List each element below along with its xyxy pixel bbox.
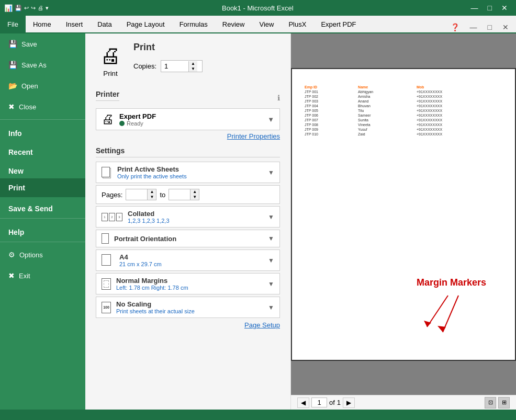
- tab-page-layout[interactable]: Page Layout: [119, 16, 172, 32]
- quick-access-print[interactable]: 🖨: [38, 5, 43, 11]
- minimize-button[interactable]: —: [467, 3, 483, 13]
- print-button[interactable]: 🖨 Print: [96, 42, 125, 80]
- prev-page-button[interactable]: ◀: [297, 398, 309, 408]
- sidebar-label-close: Close: [19, 103, 36, 111]
- printer-info: Expert PDF Ready: [119, 112, 262, 127]
- orientation-text: Portrait Orientation: [114, 235, 263, 243]
- ribbon-minimize-button[interactable]: —: [466, 22, 481, 32]
- status-dot-icon: [119, 121, 125, 126]
- ribbon-close-button[interactable]: ✕: [498, 22, 513, 32]
- page-setup-link[interactable]: Page Setup: [244, 321, 280, 329]
- sidebar-item-help[interactable]: Help: [0, 221, 85, 240]
- sidebar-item-close[interactable]: ✖ Close: [0, 96, 85, 117]
- copies-section: Print Copies: ▲ ▼: [133, 42, 203, 72]
- printer-info-icon[interactable]: ℹ: [277, 94, 280, 102]
- table-body: JTP 001Abhigyan+91XXXXXXXX JTP 002Amisha…: [302, 89, 504, 137]
- preview-panel: Emp ID Name Mob JTP 001Abhigyan+91XXXXXX…: [291, 33, 516, 410]
- svg-marker-3: [438, 326, 446, 332]
- close-button[interactable]: ✕: [497, 3, 512, 13]
- paper-pages-icon: [102, 254, 114, 267]
- sidebar-item-save[interactable]: 💾 Save: [0, 33, 85, 54]
- quick-access-redo[interactable]: ↪: [31, 5, 36, 12]
- ribbon-tab-bar: File Home Insert Data Page Layout Formul…: [0, 16, 516, 33]
- margins-dropdown[interactable]: Normal Margins Left: 1.78 cm Right: 1.78…: [96, 273, 280, 294]
- margin-arrows-icon: [417, 290, 490, 343]
- paper-sublabel: 21 cm x 29.7 cm: [119, 261, 263, 267]
- preview-table: Emp ID Name Mob JTP 001Abhigyan+91XXXXXX…: [302, 85, 504, 137]
- help-button[interactable]: ❓: [446, 22, 464, 32]
- printer-dropdown[interactable]: 🖨 Expert PDF Ready ▼: [96, 108, 280, 130]
- pages-to-label: to: [160, 191, 165, 199]
- quick-access-undo[interactable]: ↩: [24, 5, 29, 12]
- sidebar-item-save-as[interactable]: 💾 Save As: [0, 54, 85, 75]
- preview-content-area: Emp ID Name Mob JTP 001Abhigyan+91XXXXXX…: [291, 33, 516, 395]
- sidebar-divider-2: [0, 218, 85, 219]
- sheets-icon: [102, 167, 112, 178]
- tab-data[interactable]: Data: [90, 16, 119, 32]
- sidebar-item-exit[interactable]: ✖ Exit: [0, 265, 85, 286]
- paper-dropdown[interactable]: A4 21 cm x 29.7 cm ▼: [96, 249, 280, 271]
- printer-properties-link[interactable]: Printer Properties: [227, 132, 280, 140]
- sidebar-item-save-send[interactable]: Save & Send: [0, 197, 85, 216]
- quick-access-save[interactable]: 💾: [15, 5, 22, 12]
- printer-status: Ready: [119, 120, 262, 127]
- copies-decrement-button[interactable]: ▼: [189, 66, 197, 72]
- pages-to-decrement[interactable]: ▼: [190, 195, 199, 200]
- tab-view[interactable]: View: [252, 16, 281, 32]
- zoom-actual-button[interactable]: ⊞: [498, 397, 510, 408]
- pages-to-increment[interactable]: ▲: [190, 189, 199, 195]
- table-header-row: Emp ID Name Mob: [302, 85, 504, 89]
- pages-to-input[interactable]: [169, 190, 190, 200]
- collated-label: Collated: [128, 210, 263, 218]
- svg-line-0: [427, 296, 448, 327]
- copies-input[interactable]: [161, 61, 188, 72]
- total-pages: 1: [337, 399, 341, 406]
- tab-expert-pdf[interactable]: Expert PDF: [313, 16, 363, 32]
- copies-increment-button[interactable]: ▲: [189, 61, 197, 66]
- portrait-page-icon: [102, 233, 109, 244]
- current-page-input[interactable]: [311, 398, 327, 407]
- sidebar-label-save-as: Save As: [21, 61, 47, 69]
- print-settings-panel: 🖨 Print Print Copies: ▲ ▼: [85, 33, 291, 410]
- tab-formulas[interactable]: Formulas: [172, 16, 215, 32]
- table-row: JTP 005Titu+91XXXXXXXX: [302, 108, 504, 113]
- save-icon: 💾: [8, 40, 17, 48]
- scaling-icon: 100: [102, 302, 111, 313]
- sidebar-divider-3: [0, 242, 85, 242]
- pages-from-increment[interactable]: ▲: [148, 189, 156, 195]
- window-controls: — □ ✕: [467, 3, 512, 13]
- print-scope-dropdown[interactable]: Print Active Sheets Only print the activ…: [96, 162, 280, 183]
- tab-plusx[interactable]: PlusX: [281, 16, 313, 32]
- zoom-fit-button[interactable]: ⊡: [485, 397, 496, 408]
- table-row: JTP 002Amisha+91XXXXXXXX: [302, 94, 504, 99]
- title-bar-left: 📊 💾 ↩ ↪ 🖨 ▾: [4, 4, 49, 12]
- collated-dropdown[interactable]: 1 2 3 Collated 1,2,3 1,2,3 1,2,3 ▼: [96, 206, 280, 228]
- tab-review[interactable]: Review: [215, 16, 252, 32]
- tab-file[interactable]: File: [0, 16, 26, 32]
- pages-from-input[interactable]: [126, 190, 147, 200]
- maximize-button[interactable]: □: [484, 3, 496, 13]
- tab-home[interactable]: Home: [26, 16, 59, 32]
- pages-from-decrement[interactable]: ▼: [148, 195, 156, 200]
- print-title: Print: [133, 42, 203, 53]
- sidebar-item-recent[interactable]: Recent: [0, 141, 85, 160]
- sidebar-item-new[interactable]: New: [0, 160, 85, 178]
- scaling-dropdown[interactable]: 100 No Scaling Print sheets at their act…: [96, 297, 280, 318]
- paper-icon: [102, 254, 114, 267]
- next-page-button[interactable]: ▶: [343, 398, 355, 408]
- sidebar-label-options: Options: [19, 251, 43, 259]
- table-row: JTP 008Vineeta+91XXXXXXXX: [302, 122, 504, 127]
- tab-insert[interactable]: Insert: [59, 16, 91, 32]
- sidebar-label-exit: Exit: [19, 272, 30, 280]
- printer-name: Expert PDF: [119, 112, 262, 120]
- margin-annotation: Margin Markers: [417, 277, 490, 343]
- sidebar-item-info[interactable]: Info: [0, 122, 85, 141]
- sidebar-item-print[interactable]: Print: [0, 178, 85, 197]
- orientation-dropdown[interactable]: Portrait Orientation ▼: [96, 230, 280, 247]
- print-scope-sublabel: Only print the active sheets: [117, 173, 263, 179]
- sidebar-item-open[interactable]: 📂 Open: [0, 75, 85, 96]
- sidebar-item-options[interactable]: ⚙ Options: [0, 244, 85, 265]
- orientation-label: Portrait Orientation: [114, 235, 263, 243]
- print-scope-text: Print Active Sheets Only print the activ…: [117, 165, 263, 179]
- ribbon-restore-button[interactable]: □: [484, 22, 496, 32]
